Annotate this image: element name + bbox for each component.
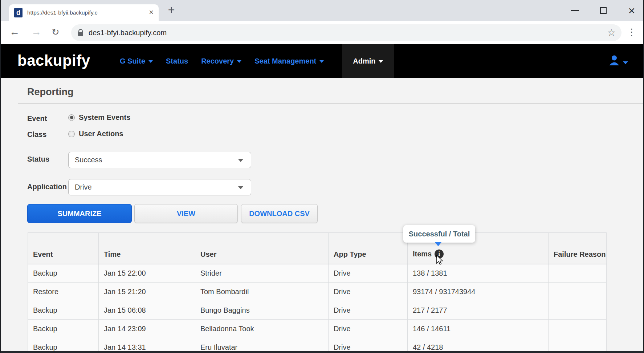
tooltip-arrow-icon xyxy=(435,242,441,246)
tab-title: https://des1-bfyii.backupify.c xyxy=(27,4,133,21)
items-tooltip: Successful / Total xyxy=(403,225,475,243)
cell-time: Jan 14 23:09 xyxy=(99,320,195,338)
event-class-label-line2: Class xyxy=(27,126,47,142)
radio-dot xyxy=(70,116,73,119)
user-menu[interactable] xyxy=(608,44,628,78)
nav-item-label: G Suite xyxy=(120,57,145,65)
window-close-button[interactable]: × xyxy=(627,6,636,15)
tab-close-icon[interactable]: × xyxy=(149,4,154,21)
cell-failure-reason xyxy=(549,301,607,320)
cell-items: 146 / 14611 xyxy=(408,320,549,338)
view-button[interactable]: VIEW xyxy=(134,204,238,223)
cell-items: 138 / 1381 xyxy=(408,264,549,283)
cell-failure-reason xyxy=(549,320,607,338)
back-button[interactable]: ← xyxy=(9,21,20,44)
close-icon: × xyxy=(628,6,635,15)
table-header-row: Event Time User App Type Items i Failure… xyxy=(28,233,607,264)
cell-failure-reason xyxy=(549,283,607,301)
download-csv-button[interactable]: DOWNLOAD CSV xyxy=(241,204,318,223)
application-label: Application xyxy=(27,183,69,191)
application-select[interactable]: Drive xyxy=(68,179,251,195)
nav-item-label: Status xyxy=(166,57,188,65)
lock-icon xyxy=(78,29,83,37)
header-user: User xyxy=(195,233,329,264)
nav-items: G Suite Status Recovery Seat Management … xyxy=(120,44,394,78)
reporting-page: Reporting Event Class System Events User… xyxy=(0,78,644,353)
cell-time: Jan 15 21:20 xyxy=(99,283,195,301)
window-border-bottom xyxy=(0,351,644,353)
url-text: des1-bfyi.backupify.com xyxy=(89,29,167,37)
cell-time: Jan 15 22:00 xyxy=(99,264,195,283)
user-icon xyxy=(608,54,620,68)
tab-title-fade xyxy=(118,5,134,21)
window-maximize-button[interactable] xyxy=(599,6,608,15)
radio-button-selected[interactable] xyxy=(68,114,75,121)
table-row: Restore Jan 15 21:20 Tom Bombardil Drive… xyxy=(28,283,607,301)
event-class-label: Event Class xyxy=(27,110,47,142)
cell-app-type: Drive xyxy=(329,301,408,320)
cell-time: Jan 15 06:08 xyxy=(99,301,195,320)
backupify-logo[interactable]: backupify xyxy=(17,44,90,78)
cell-items: 93174 / 931743944 xyxy=(408,283,549,301)
header-items-label: Items xyxy=(413,250,432,258)
caret-down-icon xyxy=(237,60,241,63)
status-select[interactable]: Success xyxy=(68,152,251,168)
title-divider xyxy=(18,103,644,104)
address-bar[interactable]: des1-bfyi.backupify.com ☆ xyxy=(71,24,621,41)
radio-user-actions[interactable]: User Actions xyxy=(68,130,123,138)
nav-item-gsuite[interactable]: G Suite xyxy=(120,44,153,78)
app-navbar: backupify G Suite Status Recovery Seat M… xyxy=(0,44,644,78)
browser-menu-icon[interactable]: ⋮ xyxy=(627,21,636,44)
header-event: Event xyxy=(28,233,99,264)
caret-down-icon xyxy=(238,186,243,189)
cell-failure-reason xyxy=(549,264,607,283)
forward-button[interactable]: → xyxy=(31,21,41,44)
nav-item-admin[interactable]: Admin xyxy=(342,44,394,78)
cell-items: 217 / 2177 xyxy=(408,301,549,320)
caret-down-icon xyxy=(319,60,324,63)
event-class-label-line1: Event xyxy=(27,110,47,126)
reload-button[interactable]: ↻ xyxy=(52,21,60,44)
table-row: Backup Jan 15 22:00 Strider Drive 138 / … xyxy=(28,264,607,283)
nav-item-seat-management[interactable]: Seat Management xyxy=(254,44,324,78)
nav-item-label: Recovery xyxy=(201,57,234,65)
cell-user: Tom Bombardil xyxy=(195,283,329,301)
cell-app-type: Drive xyxy=(329,283,408,301)
cell-app-type: Drive xyxy=(329,320,408,338)
browser-titlebar: d https://des1-bfyii.backupify.c × + × xyxy=(0,0,644,21)
cell-user: Belladonna Took xyxy=(195,320,329,338)
window-border-left xyxy=(0,0,1,353)
radio-system-events[interactable]: System Events xyxy=(68,113,130,122)
nav-item-recovery[interactable]: Recovery xyxy=(201,44,241,78)
header-app-type: App Type xyxy=(329,233,408,264)
bookmark-star-icon[interactable]: ☆ xyxy=(607,28,616,37)
header-failure-reason: Failure Reason xyxy=(549,233,607,264)
cell-app-type: Drive xyxy=(329,264,408,283)
site-favicon: d xyxy=(14,8,23,17)
nav-item-label: Admin xyxy=(353,57,375,65)
window-minimize-button[interactable] xyxy=(571,6,579,15)
cell-event: Backup xyxy=(28,264,99,283)
nav-item-label: Seat Management xyxy=(254,57,316,65)
cell-event: Restore xyxy=(28,283,99,301)
cell-event: Backup xyxy=(28,301,99,320)
summarize-button[interactable]: SUMMARIZE xyxy=(27,204,132,223)
status-label: Status xyxy=(27,155,49,163)
application-select-value: Drive xyxy=(75,183,92,191)
nav-item-status[interactable]: Status xyxy=(166,44,188,78)
browser-window: d https://des1-bfyii.backupify.c × + × ←… xyxy=(0,0,644,353)
new-tab-button[interactable]: + xyxy=(164,3,179,17)
cell-user: Bungo Baggins xyxy=(195,301,329,320)
radio-label[interactable]: System Events xyxy=(79,113,130,122)
minimize-icon xyxy=(571,10,579,11)
radio-button[interactable] xyxy=(68,131,75,137)
caret-down-icon xyxy=(379,60,383,63)
browser-toolbar: ← → ↻ des1-bfyi.backupify.com ☆ ⋮ xyxy=(0,21,644,44)
radio-label[interactable]: User Actions xyxy=(79,130,123,138)
window-controls: × xyxy=(571,0,636,21)
caret-down-icon xyxy=(238,159,243,162)
mouse-cursor xyxy=(436,255,444,267)
page-title: Reporting xyxy=(27,86,74,98)
header-time: Time xyxy=(99,233,195,264)
browser-tab[interactable]: d https://des1-bfyii.backupify.c × xyxy=(9,4,159,21)
